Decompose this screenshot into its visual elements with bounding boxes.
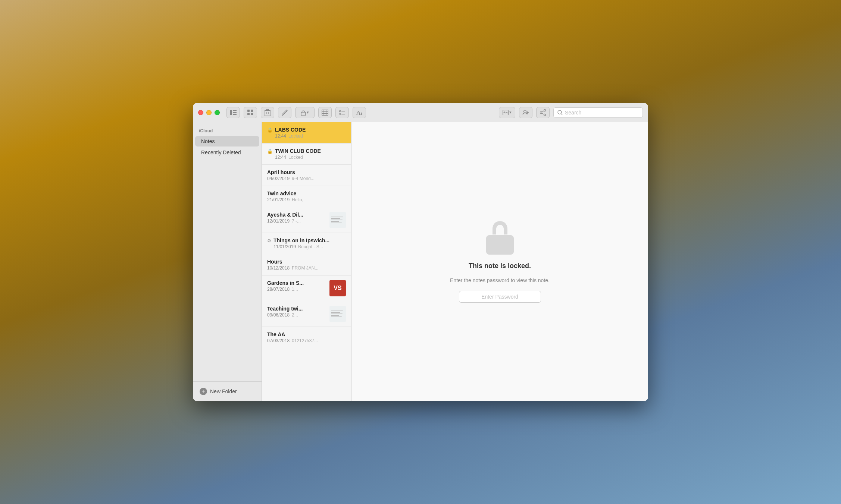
note-meta: 10/12/2018 FROM JAN... bbox=[267, 265, 346, 271]
svg-rect-13 bbox=[341, 111, 345, 111]
notes-list: 🔒 LABS CODE 12:44 Locked 🔒 TWIN CLUB COD… bbox=[262, 122, 351, 401]
note-preview: FROM JAN... bbox=[292, 265, 318, 271]
note-meta: 12:44 Locked bbox=[275, 133, 346, 139]
svg-rect-10 bbox=[301, 112, 306, 116]
note-meta: 11/01/2019 Bought - S... bbox=[273, 244, 346, 249]
svg-point-23 bbox=[558, 110, 562, 114]
checklist-button[interactable] bbox=[335, 107, 349, 118]
note-preview: Bought - S... bbox=[298, 244, 323, 249]
note-preview: 012127537... bbox=[292, 338, 318, 343]
sidebar-footer: + New Folder bbox=[193, 381, 262, 401]
svg-rect-8 bbox=[265, 110, 271, 116]
search-placeholder: Search bbox=[565, 110, 581, 116]
note-item[interactable]: Teaching twi... 09/06/2018 2... bbox=[262, 301, 351, 327]
pin-icon: ⚙ bbox=[267, 238, 271, 243]
note-date: 28/07/2018 bbox=[267, 287, 290, 292]
plus-icon: + bbox=[200, 388, 207, 395]
note-item[interactable]: 🔒 TWIN CLUB CODE 12:44 Locked bbox=[262, 144, 351, 165]
locked-subtitle: Enter the notes password to view this no… bbox=[450, 277, 550, 283]
note-item[interactable]: ⚙ Things on in Ipswich... 11/01/2019 Bou… bbox=[262, 233, 351, 254]
media-button[interactable]: ▾ bbox=[499, 107, 515, 118]
sidebar-item-recently-deleted[interactable]: Recently Deleted bbox=[195, 147, 259, 158]
svg-rect-1 bbox=[233, 110, 237, 111]
svg-point-22 bbox=[540, 111, 542, 113]
note-item[interactable]: 🔒 LABS CODE 12:44 Locked bbox=[262, 122, 351, 144]
locked-title: This note is locked. bbox=[469, 262, 531, 270]
lock-body bbox=[486, 235, 514, 255]
note-date: 12/01/2019 bbox=[267, 218, 290, 224]
note-preview: Hello, bbox=[292, 197, 303, 202]
lock-icon-large bbox=[483, 221, 517, 255]
note-item[interactable]: Hours 10/12/2018 FROM JAN... bbox=[262, 254, 351, 275]
note-title: TWIN CLUB CODE bbox=[275, 148, 346, 154]
note-item-content: Twin advice 21/01/2019 Hello, bbox=[267, 190, 346, 202]
close-button[interactable] bbox=[198, 110, 203, 115]
svg-rect-2 bbox=[233, 112, 237, 113]
svg-rect-9 bbox=[265, 110, 270, 111]
note-preview: 9-4 Mond... bbox=[292, 176, 315, 181]
detail-pane: This note is locked. Enter the notes pas… bbox=[351, 122, 648, 401]
compose-button[interactable] bbox=[278, 107, 291, 118]
search-bar[interactable]: Search bbox=[553, 107, 643, 118]
svg-rect-0 bbox=[230, 110, 232, 115]
note-preview: 1... bbox=[292, 287, 298, 292]
note-title: Gardens in S... bbox=[267, 280, 327, 286]
main-content: iCloud Notes Recently Deleted + New Fold… bbox=[193, 122, 648, 401]
titlebar: ▾ Aa bbox=[193, 103, 648, 122]
share-button[interactable] bbox=[536, 107, 550, 118]
lock-shackle bbox=[493, 221, 507, 234]
note-item[interactable]: Gardens in S... 28/07/2018 1... VS bbox=[262, 275, 351, 301]
note-meta: 09/06/2018 2... bbox=[267, 312, 327, 318]
note-date: 04/02/2019 bbox=[267, 176, 290, 181]
note-item[interactable]: The AA 07/03/2018 012127537... bbox=[262, 327, 351, 348]
svg-rect-11 bbox=[322, 110, 328, 115]
note-thumbnail: VS bbox=[329, 280, 346, 296]
note-meta: 28/07/2018 1... bbox=[267, 287, 327, 292]
new-folder-label: New Folder bbox=[210, 388, 237, 394]
sidebar-toggle-button[interactable] bbox=[226, 107, 240, 118]
note-title: The AA bbox=[267, 331, 346, 337]
contacts-button[interactable] bbox=[519, 107, 532, 118]
note-preview: 7 -... bbox=[292, 218, 301, 224]
note-meta: 07/03/2018 012127537... bbox=[267, 338, 346, 343]
grid-view-button[interactable] bbox=[244, 107, 257, 118]
delete-button[interactable] bbox=[261, 107, 274, 118]
note-date: 21/01/2019 bbox=[267, 197, 290, 202]
format-button[interactable]: Aa bbox=[353, 107, 366, 118]
note-item-content: LABS CODE 12:44 Locked bbox=[275, 127, 346, 139]
note-item[interactable]: April hours 04/02/2019 9-4 Mond... bbox=[262, 165, 351, 186]
note-date: 12:44 bbox=[275, 155, 286, 160]
lock-button[interactable]: ▾ bbox=[295, 107, 315, 118]
password-input[interactable] bbox=[459, 291, 541, 303]
note-meta: 21/01/2019 Hello, bbox=[267, 197, 346, 202]
svg-rect-4 bbox=[247, 110, 250, 112]
note-date: 09/06/2018 bbox=[267, 312, 290, 318]
note-item-content: Teaching twi... 09/06/2018 2... bbox=[267, 306, 327, 318]
minimize-button[interactable] bbox=[206, 110, 212, 115]
note-item[interactable]: Twin advice 21/01/2019 Hello, bbox=[262, 186, 351, 207]
note-title: LABS CODE bbox=[275, 127, 346, 133]
note-item-content: Ayesha & Dil... 12/01/2019 7 -... bbox=[267, 212, 327, 224]
svg-rect-7 bbox=[251, 113, 253, 115]
svg-point-20 bbox=[544, 109, 546, 111]
note-thumbnail bbox=[329, 212, 346, 228]
svg-text:Aa: Aa bbox=[356, 110, 362, 116]
note-item-content: Hours 10/12/2018 FROM JAN... bbox=[267, 259, 346, 271]
note-item-content: The AA 07/03/2018 012127537... bbox=[267, 331, 346, 343]
maximize-button[interactable] bbox=[215, 110, 220, 115]
note-title: Teaching twi... bbox=[267, 306, 327, 312]
icloud-label: iCloud bbox=[193, 127, 262, 136]
note-item-content: April hours 04/02/2019 9-4 Mond... bbox=[267, 169, 346, 181]
note-title: Hours bbox=[267, 259, 346, 265]
sidebar-item-notes[interactable]: Notes bbox=[195, 136, 259, 147]
svg-point-14 bbox=[339, 113, 341, 115]
note-item[interactable]: Ayesha & Dil... 12/01/2019 7 -... bbox=[262, 207, 351, 233]
note-meta: 12/01/2019 7 -... bbox=[267, 218, 327, 224]
note-item-content: Things on in Ipswich... 11/01/2019 Bough… bbox=[273, 237, 346, 249]
table-button[interactable] bbox=[318, 107, 332, 118]
note-meta: 12:44 Locked bbox=[275, 155, 346, 160]
note-title: Ayesha & Dil... bbox=[267, 212, 327, 218]
note-date: 11/01/2019 bbox=[273, 244, 296, 249]
new-folder-button[interactable]: + New Folder bbox=[198, 386, 256, 397]
lock-icon: 🔒 bbox=[267, 149, 273, 154]
